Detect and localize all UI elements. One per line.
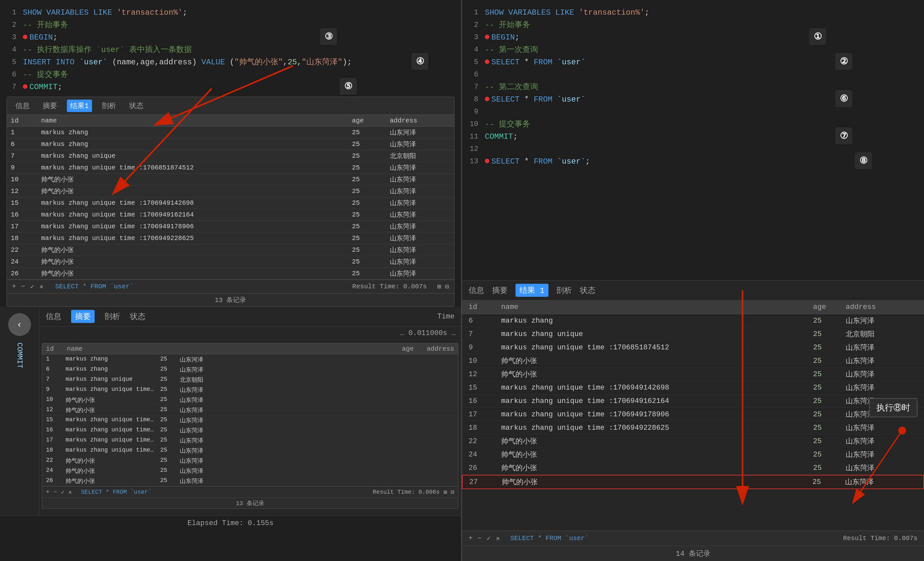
r-red-dot-5 [485, 59, 489, 64]
r-line-2: 2 -- 开始事务 [465, 19, 924, 32]
list-item: 15markus zhang unique time :170694914269… [42, 415, 458, 426]
lower-footer-check[interactable]: ✓ [61, 489, 64, 496]
r-line-11: 11 COMMIT; ⑦ [465, 131, 924, 143]
tab-result1[interactable]: 结果1 [67, 99, 92, 112]
r-tab-status[interactable]: 状态 [580, 285, 596, 296]
footer-result-time: Result Time: 0.007s [352, 283, 427, 290]
table-cell: 22 [7, 244, 37, 256]
table-cell: 帅气的小张 [37, 174, 348, 185]
lower-footer-minus[interactable]: − [54, 489, 57, 495]
table-row: 6markus zhang25山东河泽 [462, 314, 924, 328]
nav-back-btn[interactable]: ‹ [8, 313, 31, 336]
tab-info[interactable]: 信息 [12, 99, 33, 112]
elapsed-time-label: Elapsed Time: 0.155s [187, 519, 273, 527]
table-cell: 18 [7, 233, 37, 244]
r-footer-check[interactable]: ✓ [487, 534, 491, 542]
footer-check[interactable]: ✓ [30, 283, 34, 290]
table-cell: 1 [7, 127, 37, 138]
table-cell: 山东菏泽 [386, 244, 454, 256]
list-item: 16markus zhang unique time :170694916216… [42, 426, 458, 436]
table-cell: 北京朝阳 [386, 150, 454, 162]
table-row: 17markus zhang unique time :170694917890… [462, 408, 924, 421]
r-footer-x[interactable]: ✕ [496, 534, 500, 542]
table-cell: 山东河泽 [386, 127, 454, 138]
table-cell: markus zhang unique time :1706949228625 [37, 233, 348, 244]
list-item: 9markus zhang unique time :1706851874512… [42, 385, 458, 395]
r-col-address: address [846, 303, 918, 311]
table-cell: 7 [7, 150, 37, 162]
table-cell: 25 [348, 150, 386, 162]
elapsed-bar: Elapsed Time: 0.155s [0, 516, 461, 531]
commit-label: COMMIT [15, 343, 24, 368]
table-cell: 25 [348, 174, 386, 185]
lower-tab-summary[interactable]: 摘要 [71, 310, 94, 323]
table-cell: 25 [348, 185, 386, 197]
annotation-5: ⑤ [340, 78, 357, 95]
table-row: 27帅气的小张25山东菏泽 [462, 475, 924, 489]
table-cell: 25 [348, 138, 386, 150]
r-tab-analyze[interactable]: 剖析 [556, 285, 572, 296]
table-cell: 帅气的小张 [37, 256, 348, 268]
tab-status[interactable]: 状态 [126, 99, 147, 112]
code-line-6: 6 -- 提交事务 [3, 69, 461, 81]
right-result-tabs[interactable]: 信息 摘要 结果 1 剖析 状态 [462, 281, 924, 301]
list-item: 6markus zhang25山东菏泽 [42, 365, 458, 375]
lower-tab-analyze[interactable]: 剖析 [104, 311, 120, 322]
right-result-rows: 6markus zhang25山东河泽7markus zhang unique2… [462, 314, 924, 531]
left-lower-right: 信息 摘要 剖析 状态 Time … 0.011000s … [39, 307, 461, 516]
tab-summary[interactable]: 摘要 [39, 99, 60, 112]
lower-footer-plus[interactable]: + [46, 489, 50, 495]
exec-label: 执行⑧时 [869, 398, 918, 417]
r-footer-plus[interactable]: + [468, 535, 472, 542]
r-tab-info[interactable]: 信息 [468, 285, 484, 296]
right-spacer [462, 174, 924, 280]
footer-x[interactable]: ✕ [39, 283, 44, 290]
list-item: 7markus zhang unique25北京朝阳 [42, 375, 458, 385]
lower-tab-info[interactable]: 信息 [46, 311, 62, 322]
table-cell: 15 [7, 197, 37, 209]
lower-footer-query: SELECT * FROM `user` [81, 489, 152, 495]
left-upper-table: id name age address 1markus zhang25山东河泽6… [7, 115, 454, 280]
table-cell: 山东菏泽 [386, 233, 454, 244]
annotation-3: ③ [320, 28, 337, 45]
left-nav-panel: ‹ COMMIT [0, 307, 39, 516]
r-annotation-1: ① [809, 28, 826, 45]
left-code-editor: 1 SHOW VARIABLES LIKE 'transaction%'; 2 … [0, 0, 461, 97]
lower-result-header: id name age address [42, 343, 458, 355]
code-line-3: 3 BEGIN; ③ [3, 32, 461, 44]
footer-minus[interactable]: − [21, 283, 25, 290]
footer-plus[interactable]: + [12, 283, 16, 290]
code-line-5: 5 INSERT INTO `user` (name,age,address) … [3, 56, 461, 69]
table-cell: 6 [7, 138, 37, 150]
tab-analyze[interactable]: 剖析 [99, 99, 119, 112]
annotation-4: ④ [411, 53, 428, 70]
left-result-tabs[interactable]: 信息 摘要 结果1 剖析 状态 [7, 97, 454, 115]
r-footer-minus[interactable]: − [478, 535, 482, 542]
lower-footer-x[interactable]: ✕ [68, 489, 72, 496]
r-col-name: name [501, 303, 807, 311]
left-lower-result-table-wrapper: id name age address 1markus zhang25山东河泽6… [42, 343, 458, 509]
r-tab-result1[interactable]: 结果 1 [516, 284, 549, 297]
table-cell: 帅气的小张 [37, 268, 348, 280]
list-item: 26帅气的小张25山东菏泽 [42, 476, 458, 486]
r-col-age: age [813, 303, 839, 311]
r-line-9: 9 [465, 106, 924, 118]
left-upper-record-count: 13 条记录 [7, 293, 454, 306]
table-cell: 25 [348, 197, 386, 209]
r-tab-summary[interactable]: 摘要 [492, 285, 508, 296]
left-lower-tabs[interactable]: 信息 摘要 剖析 状态 Time [39, 307, 461, 326]
lower-result-footer: + − ✓ ✕ SELECT * FROM `user` Result Time… [42, 486, 458, 498]
red-dot-commit [23, 84, 27, 89]
r-line-13: 13 SELECT * FROM `user`; ⑧ [465, 155, 924, 168]
r-line-1: 1 SHOW VARIABLES LIKE 'transaction%'; [465, 6, 924, 19]
table-cell: markus zhang unique [37, 150, 348, 162]
lower-tab-status[interactable]: 状态 [130, 311, 146, 322]
table-cell: 25 [348, 127, 386, 138]
code-line-1: 1 SHOW VARIABLES LIKE 'transaction%'; [3, 6, 461, 19]
right-code-editor: 1 SHOW VARIABLES LIKE 'transaction%'; 2 … [462, 0, 924, 174]
table-cell: 25 [348, 221, 386, 233]
table-cell: 山东菏泽 [386, 221, 454, 233]
table-cell: 山东菏泽 [386, 174, 454, 185]
table-cell: 10 [7, 174, 37, 185]
right-record-count: 14 条记录 [462, 546, 924, 561]
